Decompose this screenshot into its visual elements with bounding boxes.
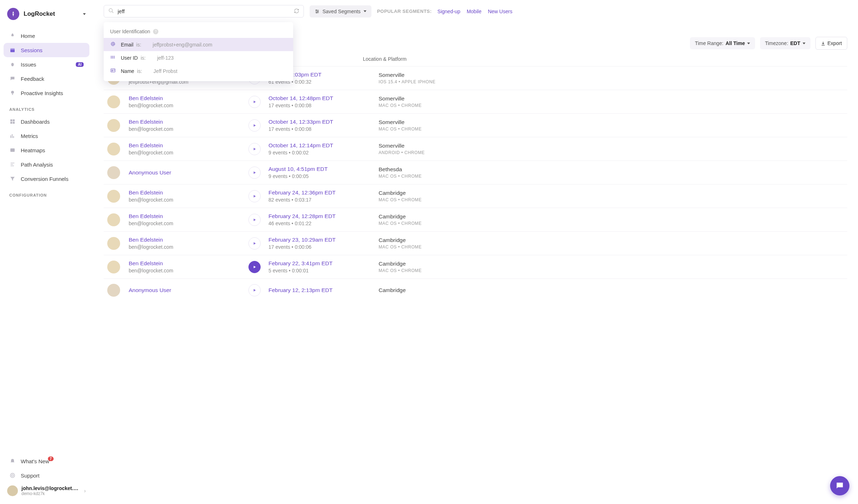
sidebar-item-dashboards[interactable]: Dashboards: [4, 114, 89, 129]
sidebar-item-conversion-funnels[interactable]: Conversion Funnels: [4, 172, 89, 186]
session-avatar: [107, 190, 120, 203]
search-suggestion-name[interactable]: Nameis:Jeff Probst: [104, 64, 293, 78]
popular-segment-signed-up[interactable]: Signed-up: [438, 9, 460, 14]
session-row[interactable]: Anonymous UserFebruary 12, 2:13pm EDTCam…: [104, 278, 847, 302]
user-email: john.levis@logrocket.co...: [21, 485, 80, 491]
session-meta: 9 events • 0:00:02: [268, 150, 379, 155]
svg-point-35: [316, 10, 317, 10]
search-box[interactable]: [104, 5, 304, 18]
session-avatar: [107, 119, 120, 132]
sidebar-item-what-s-new[interactable]: What's New7: [4, 454, 89, 468]
session-user-name[interactable]: Ben Edelstein: [129, 260, 248, 267]
support-icon: [9, 472, 16, 479]
sidebar-item-metrics[interactable]: Metrics: [4, 129, 89, 143]
session-avatar: [107, 261, 120, 273]
sidebar-item-home[interactable]: Home: [4, 29, 89, 43]
current-user[interactable]: john.levis@logrocket.co... demo-kdz7k ›: [4, 483, 89, 499]
export-button[interactable]: Export: [815, 37, 847, 50]
sidebar-item-path-analysis[interactable]: Path Analysis: [4, 157, 89, 172]
play-icon: [252, 288, 257, 292]
popular-segment-new-users[interactable]: New Users: [488, 9, 512, 14]
session-date[interactable]: October 14, 12:48pm EDT: [268, 95, 379, 102]
session-avatar: [107, 213, 120, 226]
session-user-name[interactable]: Ben Edelstein: [129, 237, 248, 243]
sidebar-item-feedback[interactable]: Feedback: [4, 71, 89, 86]
play-button[interactable]: [248, 143, 261, 155]
refresh-icon[interactable]: [294, 8, 299, 15]
session-platform: IOS 15.4 • APPLE IPHONE: [379, 79, 844, 84]
timezone-selector[interactable]: Timezone: EDT: [760, 37, 810, 49]
popular-segment-mobile[interactable]: Mobile: [467, 9, 481, 14]
session-row[interactable]: Anonymous UserAugust 10, 4:51pm EDT9 eve…: [104, 160, 847, 184]
play-button[interactable]: [248, 261, 261, 273]
path-icon: [9, 161, 16, 168]
play-button[interactable]: [248, 167, 261, 179]
session-platform: MAC OS • CHROME: [379, 197, 844, 202]
session-row[interactable]: Ben Edelsteinben@logrocket.comFebruary 2…: [104, 184, 847, 208]
search-dropdown: User Identification ? Emailis:jeffprobst…: [104, 22, 293, 81]
play-button[interactable]: [248, 214, 261, 226]
download-icon: [821, 41, 825, 46]
chat-fab[interactable]: [830, 476, 849, 495]
session-user-name[interactable]: Ben Edelstein: [129, 95, 248, 102]
svg-point-36: [317, 11, 318, 11]
session-row[interactable]: Ben Edelsteinben@logrocket.comFebruary 2…: [104, 208, 847, 231]
session-date[interactable]: August 10, 4:51pm EDT: [268, 166, 379, 172]
svg-point-2: [11, 63, 14, 66]
session-user-name[interactable]: Ben Edelstein: [129, 142, 248, 149]
svg-line-21: [112, 11, 113, 13]
session-row[interactable]: Ben Edelsteinben@logrocket.comFebruary 2…: [104, 231, 847, 255]
session-date[interactable]: February 24, 12:36pm EDT: [268, 189, 379, 196]
play-icon: [252, 194, 257, 198]
brand-selector[interactable]: LogRocket: [4, 5, 89, 29]
session-user-name[interactable]: Ben Edelstein: [129, 213, 248, 219]
play-icon: [252, 147, 257, 151]
play-button[interactable]: [248, 237, 261, 249]
at-icon: [110, 41, 117, 48]
session-user-name[interactable]: Ben Edelstein: [129, 119, 248, 125]
sidebar-item-heatmaps[interactable]: Heatmaps: [4, 143, 89, 157]
session-location: Somerville: [379, 95, 844, 102]
play-button[interactable]: [248, 119, 261, 132]
play-button[interactable]: [248, 190, 261, 202]
play-button[interactable]: [248, 284, 261, 296]
search-suggestion-user-id[interactable]: User IDis:jeff-123: [104, 51, 293, 64]
search-suggestion-email[interactable]: Emailis:jeffprobst+eng@gmail.com: [104, 38, 293, 51]
session-row[interactable]: Ben Edelsteinben@logrocket.comOctober 14…: [104, 137, 847, 160]
session-date[interactable]: October 14, 12:33pm EDT: [268, 119, 379, 125]
session-user-name[interactable]: Anonymous User: [129, 287, 248, 293]
svg-point-20: [109, 9, 112, 12]
play-icon: [252, 265, 257, 269]
suggestion-value: Jeff Probst: [153, 68, 177, 74]
search-input[interactable]: [118, 8, 290, 14]
chevron-down-icon: [803, 43, 805, 44]
session-row[interactable]: Ben Edelsteinben@logrocket.comFebruary 2…: [104, 255, 847, 278]
session-user-name[interactable]: Ben Edelstein: [129, 189, 248, 196]
session-platform: MAC OS • CHROME: [379, 103, 844, 108]
session-row[interactable]: Ben Edelsteinben@logrocket.comOctober 14…: [104, 113, 847, 137]
session-date[interactable]: February 24, 12:28pm EDT: [268, 213, 379, 219]
time-range-selector[interactable]: Time Range: All Time: [690, 37, 755, 49]
suggestion-field: Email: [121, 42, 133, 48]
svg-point-18: [10, 473, 15, 478]
session-user-name[interactable]: Anonymous User: [129, 169, 248, 176]
session-date[interactable]: February 22, 3:41pm EDT: [268, 260, 379, 267]
count-badge: 7: [48, 456, 54, 461]
chevron-right-icon: ›: [84, 488, 86, 494]
session-date[interactable]: October 14, 12:14pm EDT: [268, 142, 379, 149]
sidebar-item-sessions[interactable]: Sessions: [4, 43, 89, 57]
session-date[interactable]: February 23, 10:29am EDT: [268, 237, 379, 243]
funnel-icon: [9, 176, 16, 182]
session-date[interactable]: February 12, 2:13pm EDT: [268, 287, 379, 293]
brand-name: LogRocket: [24, 10, 55, 18]
help-icon[interactable]: ?: [153, 29, 158, 34]
sidebar-item-proactive-insights[interactable]: Proactive Insights: [4, 86, 89, 100]
sidebar-item-support[interactable]: Support: [4, 468, 89, 483]
nav-label: Support: [21, 473, 40, 479]
play-button[interactable]: [248, 96, 261, 108]
saved-segments-button[interactable]: Saved Segments: [310, 5, 371, 18]
sidebar-item-issues[interactable]: IssuesAI: [4, 57, 89, 71]
suggestion-value: jeffprobst+eng@gmail.com: [153, 42, 212, 48]
session-meta: 9 events • 0:00:05: [268, 173, 379, 179]
session-row[interactable]: Ben Edelsteinben@logrocket.comOctober 14…: [104, 90, 847, 113]
